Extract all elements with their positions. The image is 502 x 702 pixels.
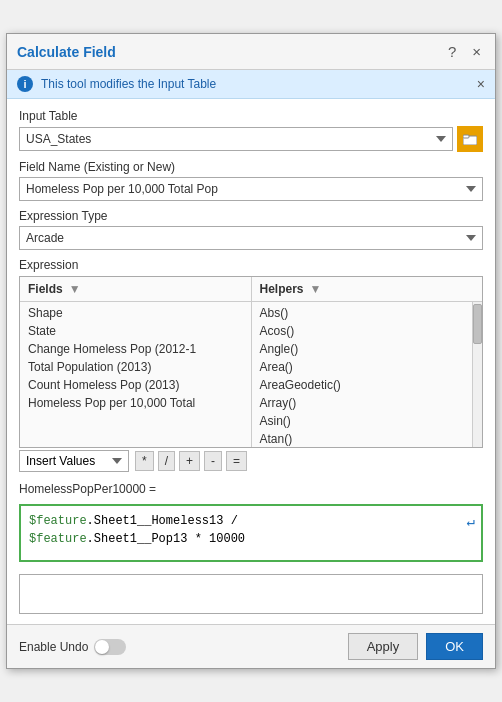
dialog-content: Input Table USA_States Field Name (Exist… [7, 99, 495, 624]
insert-row: Insert Values * / + - = [19, 450, 483, 472]
title-bar: Calculate Field ? × [7, 34, 495, 70]
expression-label: Expression [19, 258, 483, 272]
code-feature-1: $feature [29, 512, 87, 530]
multiply-button[interactable]: * [135, 451, 154, 471]
helpers-col: Abs() Acos() Angle() Area() AreaGeodetic… [252, 302, 483, 447]
enable-undo-section: Enable Undo [19, 639, 126, 655]
expression-header: Fields ▼ Helpers ▼ [20, 277, 482, 302]
dialog-title: Calculate Field [17, 44, 116, 60]
insert-values-select[interactable]: Insert Values [19, 450, 129, 472]
field-name-label: Field Name (Existing or New) [19, 160, 483, 174]
fields-filter-icon[interactable]: ▼ [69, 282, 81, 296]
info-message: This tool modifies the Input Table [41, 77, 216, 91]
helper-acos[interactable]: Acos() [252, 322, 473, 340]
helper-abs[interactable]: Abs() [252, 304, 473, 322]
title-bar-left: Calculate Field [17, 44, 116, 60]
add-button[interactable]: + [179, 451, 200, 471]
helper-area[interactable]: Area() [252, 358, 473, 376]
expression-type-select[interactable]: Arcade [19, 226, 483, 250]
input-table-row: USA_States [19, 126, 483, 152]
helpers-filter-icon[interactable]: ▼ [310, 282, 322, 296]
output-area [19, 574, 483, 614]
title-bar-right: ? × [444, 42, 485, 61]
code-feature-2: $feature [29, 530, 87, 548]
expression-type-section: Expression Type Arcade [19, 209, 483, 250]
helper-array[interactable]: Array() [252, 394, 473, 412]
helper-asin[interactable]: Asin() [252, 412, 473, 430]
info-icon: i [17, 76, 33, 92]
help-button[interactable]: ? [444, 42, 460, 61]
enable-undo-label: Enable Undo [19, 640, 88, 654]
expression-section: Expression Fields ▼ Helpers ▼ [19, 258, 483, 472]
folder-icon [463, 133, 477, 145]
code-line-2: $feature.Sheet1__Pop13 * 10000 [29, 530, 473, 548]
equals-button[interactable]: = [226, 451, 247, 471]
field-item-total-pop[interactable]: Total Population (2013) [20, 358, 251, 376]
helpers-list[interactable]: Abs() Acos() Angle() Area() AreaGeodetic… [252, 302, 473, 447]
helpers-col-header: Helpers ▼ [252, 277, 483, 301]
input-table-label: Input Table [19, 109, 483, 123]
code-op-1: .Sheet1__Homeless13 / [87, 512, 238, 530]
folder-button[interactable] [457, 126, 483, 152]
code-op-2: .Sheet1__Pop13 * 10000 [87, 530, 245, 548]
field-item-count-homeless[interactable]: Count Homeless Pop (2013) [20, 376, 251, 394]
svg-rect-1 [463, 135, 469, 138]
helpers-label: Helpers [260, 282, 304, 296]
operator-buttons: * / + - = [135, 451, 247, 471]
field-name-select[interactable]: Homeless Pop per 10,000 Total Pop [19, 177, 483, 201]
helper-area-geodetic[interactable]: AreaGeodetic() [252, 376, 473, 394]
fields-label: Fields [28, 282, 63, 296]
helpers-scrollbar-thumb [473, 304, 482, 344]
field-item-change-homeless[interactable]: Change Homeless Pop (2012-1 [20, 340, 251, 358]
fields-col-header: Fields ▼ [20, 277, 252, 301]
helper-angle[interactable]: Angle() [252, 340, 473, 358]
close-button[interactable]: × [468, 42, 485, 61]
expression-area: Fields ▼ Helpers ▼ Shape State Change Ho… [19, 276, 483, 448]
wrap-icon[interactable]: ↵ [467, 512, 475, 533]
footer: Enable Undo Apply OK [7, 624, 495, 668]
toggle-knob [95, 640, 109, 654]
helper-atan[interactable]: Atan() [252, 430, 473, 447]
calculate-field-dialog: Calculate Field ? × i This tool modifies… [6, 33, 496, 669]
info-close-button[interactable]: × [477, 76, 485, 92]
input-table-select[interactable]: USA_States [19, 127, 453, 151]
var-name-row: HomelessPopPer10000 = [19, 482, 483, 496]
enable-undo-toggle[interactable] [94, 639, 126, 655]
field-name-section: Field Name (Existing or New) Homeless Po… [19, 160, 483, 201]
helpers-scrollbar[interactable] [472, 302, 482, 447]
input-table-section: Input Table USA_States [19, 109, 483, 152]
apply-button[interactable]: Apply [348, 633, 419, 660]
info-bar: i This tool modifies the Input Table × [7, 70, 495, 99]
divide-button[interactable]: / [158, 451, 175, 471]
field-item-shape[interactable]: Shape [20, 304, 251, 322]
ok-button[interactable]: OK [426, 633, 483, 660]
expression-type-label: Expression Type [19, 209, 483, 223]
code-editor[interactable]: $feature.Sheet1__Homeless13 / $feature.S… [19, 504, 483, 562]
field-item-state[interactable]: State [20, 322, 251, 340]
subtract-button[interactable]: - [204, 451, 222, 471]
expression-body: Shape State Change Homeless Pop (2012-1 … [20, 302, 482, 447]
fields-list[interactable]: Shape State Change Homeless Pop (2012-1 … [20, 302, 252, 447]
code-line-1: $feature.Sheet1__Homeless13 / [29, 512, 473, 530]
field-item-homeless-per[interactable]: Homeless Pop per 10,000 Total [20, 394, 251, 412]
